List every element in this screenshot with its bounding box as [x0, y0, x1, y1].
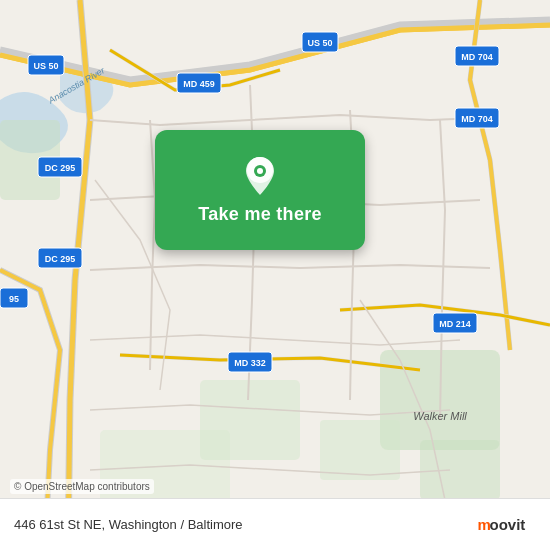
map-container: US 50 US 50 MD 704 MD 704 MD 459 DC 295 … [0, 0, 550, 550]
svg-rect-4 [320, 420, 400, 480]
map-svg: US 50 US 50 MD 704 MD 704 MD 459 DC 295 … [0, 0, 550, 550]
svg-text:US 50: US 50 [33, 61, 58, 71]
svg-text:MD 214: MD 214 [439, 319, 471, 329]
svg-rect-1 [420, 440, 500, 500]
location-pin-icon [244, 156, 276, 196]
svg-text:95: 95 [9, 294, 19, 304]
take-me-there-button[interactable]: Take me there [155, 130, 365, 250]
svg-text:DC 295: DC 295 [45, 254, 76, 264]
address-text: 446 61st St NE, Washington / Baltimore [14, 517, 243, 532]
svg-text:oovit: oovit [490, 516, 526, 533]
bottom-bar: 446 61st St NE, Washington / Baltimore m… [0, 498, 550, 550]
svg-text:US 50: US 50 [307, 38, 332, 48]
svg-text:MD 704: MD 704 [461, 114, 493, 124]
svg-text:Walker Mill: Walker Mill [413, 410, 467, 422]
moovit-logo-icon: m oovit [476, 514, 536, 536]
moovit-logo: m oovit [476, 514, 536, 536]
svg-text:MD 332: MD 332 [234, 358, 266, 368]
svg-text:MD 459: MD 459 [183, 79, 215, 89]
svg-text:DC 295: DC 295 [45, 163, 76, 173]
take-me-there-label: Take me there [198, 204, 322, 225]
osm-credit: © OpenStreetMap contributors [10, 479, 154, 494]
svg-point-30 [257, 168, 263, 174]
svg-text:MD 704: MD 704 [461, 52, 493, 62]
